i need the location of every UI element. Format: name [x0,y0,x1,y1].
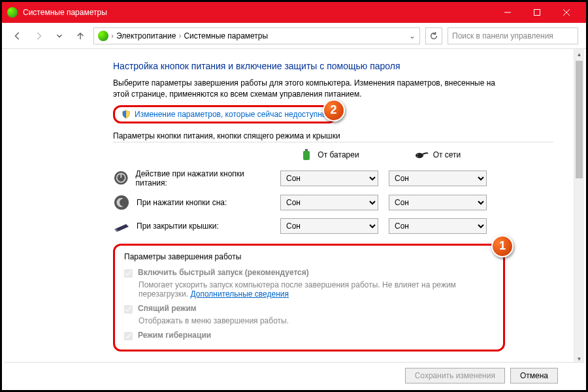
cancel-button[interactable]: Отмена [510,368,558,384]
row-sleep-button: При нажатии кнопки сна: [113,194,270,211]
lid-close-ac-select[interactable]: Сон [389,218,487,234]
recent-dropdown[interactable] [52,28,67,44]
breadcrumb[interactable]: › Электропитание › Системные параметры ⌄ [93,27,420,44]
page-heading: Настройка кнопок питания и включение защ… [113,61,553,71]
svg-point-6 [416,153,423,158]
battery-icon [299,148,314,163]
scroll-thumb[interactable] [576,61,583,178]
annotation-badge-1: 1 [491,235,514,257]
svg-rect-8 [417,156,418,157]
breadcrumb-item-1[interactable]: Электропитание [116,31,176,41]
save-button[interactable]: Сохранить изменения [405,368,505,384]
maximize-button[interactable] [522,2,551,23]
hibernate-checkbox[interactable] [124,332,133,340]
forward-button[interactable] [31,28,46,44]
breadcrumb-item-2[interactable]: Системные параметры [184,31,268,41]
location-icon [98,31,108,41]
svg-point-12 [114,195,129,210]
shutdown-section-title: Параметры завершения работы [124,252,494,261]
sleep-checkbox[interactable] [124,305,133,314]
power-button-battery-select[interactable]: Сон [280,171,378,186]
chevron-right-icon: › [178,31,181,41]
app-icon [7,7,18,18]
navbar: › Электропитание › Системные параметры ⌄… [2,23,586,49]
power-settings-grid: От батареи От сети Действие при нажатии … [113,148,553,235]
divider [113,142,553,142]
sleep-button-ac-select[interactable]: Сон [389,195,487,210]
scroll-up-arrow[interactable]: ▲ [574,49,584,59]
section-title: Параметры кнопки питания, кнопки спящего… [113,131,553,140]
laptop-icon [113,218,130,235]
minimize-button[interactable] [493,2,522,23]
window-title: Системные параметры [23,8,493,17]
search-placeholder: Поиск в панели управления [452,31,553,41]
breadcrumb-dropdown[interactable]: ⌄ [409,31,416,41]
footer: Сохранить изменения Отмена [4,362,584,388]
svg-rect-1 [534,10,540,16]
unlock-settings-link[interactable]: Изменение параметров, которые сейчас нед… [135,110,328,119]
annotation-badge-2: 2 [323,99,345,122]
refresh-button[interactable] [425,27,442,44]
moon-icon [113,194,130,211]
svg-rect-7 [417,154,418,155]
power-button-ac-select[interactable]: Сон [389,171,487,186]
content-area: Настройка кнопок питания и включение защ… [2,49,586,358]
page-description: Выберите параметры завершения работы для… [113,78,505,100]
titlebar: Системные параметры [2,2,586,23]
unlock-settings-highlight: Изменение параметров, которые сейчас нед… [113,105,336,123]
shutdown-settings-highlight: 1 Параметры завершения работы Включить б… [113,244,505,351]
sleep-label: Спящий режим [138,304,197,313]
fast-startup-label: Включить быстрый запуск (рекомендуется) [138,268,309,277]
svg-rect-4 [303,151,310,160]
more-info-link[interactable]: Дополнительные сведения [190,289,288,299]
shield-icon [122,110,131,119]
svg-rect-5 [305,149,308,151]
back-button[interactable] [10,28,25,44]
column-header-battery: От батареи [280,148,378,163]
chevron-right-icon: › [111,31,114,41]
column-header-ac: От сети [389,148,487,163]
vertical-scrollbar[interactable]: ▲ ▼ [574,49,584,364]
hibernate-label: Режим гибернации [138,331,211,340]
up-button[interactable] [73,28,88,44]
fast-startup-description: Помогает ускорить запуск компьютера посл… [139,280,494,299]
row-power-button: Действие при нажатии кнопки питания: [113,169,270,188]
search-input[interactable]: Поиск в панели управления [448,27,578,44]
power-icon [113,170,129,187]
plug-icon [415,148,429,163]
row-lid-close: При закрытии крышки: [113,218,270,235]
close-button[interactable] [551,2,581,23]
sleep-description: Отображать в меню завершения работы. [139,316,494,325]
lid-close-battery-select[interactable]: Сон [280,218,378,234]
sleep-button-battery-select[interactable]: Сон [280,195,378,210]
fast-startup-checkbox[interactable] [124,269,133,278]
